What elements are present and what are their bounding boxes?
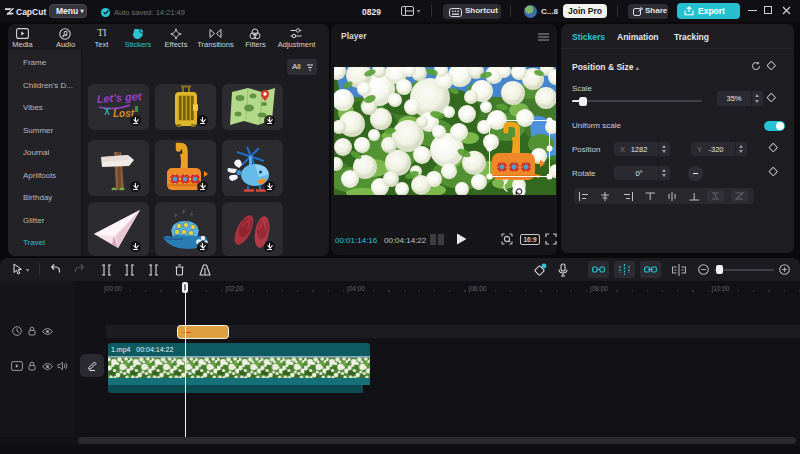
svg-text:Let's get: Let's get (96, 90, 143, 105)
